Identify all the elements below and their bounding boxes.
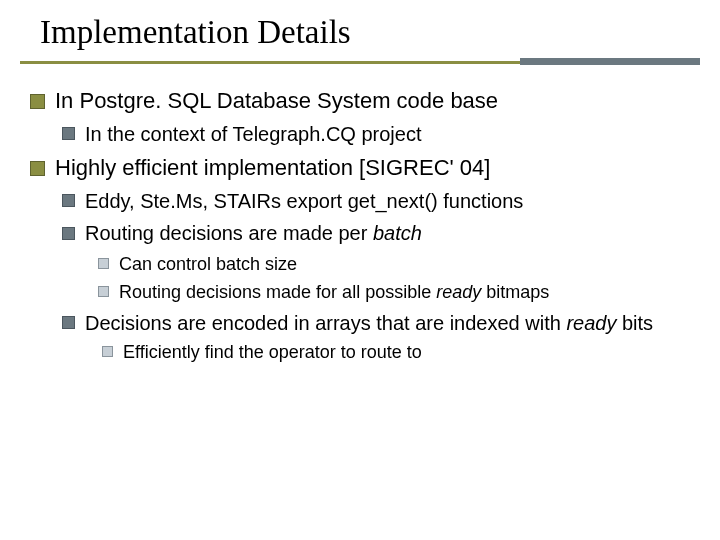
text-run: bits bbox=[616, 312, 653, 334]
text-run: Routing decisions made for all possible bbox=[119, 282, 436, 302]
bullet-text: Efficiently find the operator to route t… bbox=[123, 342, 422, 362]
square-bullet-icon bbox=[30, 94, 45, 109]
square-bullet-icon bbox=[102, 346, 113, 357]
bullet-lvl2: Routing decisions are made per batch Can… bbox=[62, 220, 700, 303]
bullet-lvl3: Can control batch size bbox=[98, 252, 700, 276]
bullet-text: Routing decisions made for all possible … bbox=[119, 282, 549, 302]
bullet-text: In Postgre. SQL Database System code bas… bbox=[55, 88, 498, 113]
bullet-text: Routing decisions are made per batch bbox=[85, 223, 422, 245]
square-bullet-icon bbox=[62, 316, 75, 329]
text-run: Decisions are encoded in arrays that are… bbox=[85, 312, 566, 334]
text-em: ready bbox=[566, 312, 616, 334]
title-bar: Implementation Details bbox=[0, 0, 720, 51]
text-em: ready bbox=[436, 282, 481, 302]
text-run: bitmaps bbox=[481, 282, 549, 302]
title-underline bbox=[20, 58, 700, 66]
bullet-lvl1: Highly efficient implementation [SIGREC'… bbox=[30, 153, 700, 363]
square-bullet-icon bbox=[62, 194, 75, 207]
square-bullet-icon bbox=[30, 161, 45, 176]
underline-slate bbox=[520, 58, 700, 65]
bullet-lvl1: In Postgre. SQL Database System code bas… bbox=[30, 86, 700, 147]
bullet-lvl3: Routing decisions made for all possible … bbox=[98, 280, 700, 304]
bullet-text: In the context of Telegraph.CQ project bbox=[85, 123, 422, 145]
bullet-lvl2: Decisions are encoded in arrays that are… bbox=[62, 310, 700, 364]
square-bullet-icon bbox=[62, 127, 75, 140]
bullet-lvl2: In the context of Telegraph.CQ project bbox=[62, 121, 700, 147]
slide-body: In Postgre. SQL Database System code bas… bbox=[30, 80, 700, 530]
square-bullet-icon bbox=[62, 227, 75, 240]
bullet-text: Eddy, Ste.Ms, STAIRs export get_next() f… bbox=[85, 190, 523, 212]
bullet-text: Can control batch size bbox=[119, 254, 297, 274]
text-em: batch bbox=[373, 223, 422, 245]
slide-title: Implementation Details bbox=[40, 14, 720, 51]
text-run: Routing decisions are made per bbox=[85, 223, 373, 245]
bullet-lvl2: Eddy, Ste.Ms, STAIRs export get_next() f… bbox=[62, 188, 700, 214]
square-bullet-icon bbox=[98, 258, 109, 269]
bullet-lvl3: Efficiently find the operator to route t… bbox=[102, 340, 700, 364]
bullet-text: Highly efficient implementation [SIGREC'… bbox=[55, 156, 490, 181]
square-bullet-icon bbox=[98, 286, 109, 297]
bullet-text: Decisions are encoded in arrays that are… bbox=[85, 312, 653, 334]
